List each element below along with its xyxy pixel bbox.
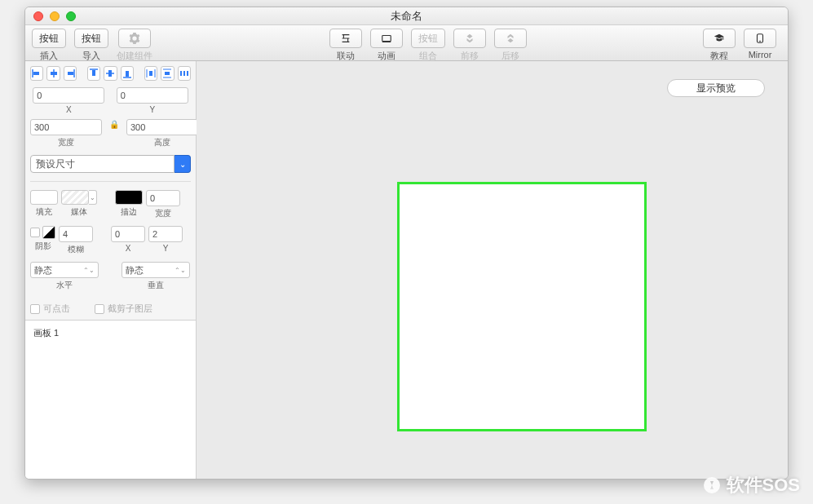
- align-top-icon: [89, 69, 99, 78]
- inspector-panel: X Y 宽度 🔒 高度: [25, 61, 196, 320]
- scroll-v-label: 垂直: [148, 280, 164, 291]
- chevron-down-icon[interactable]: ⌄: [175, 155, 191, 173]
- shadow-x-label: X: [126, 244, 131, 253]
- y-label: Y: [149, 105, 155, 114]
- artboard-1[interactable]: [397, 182, 647, 431]
- distribute-v-button[interactable]: [161, 66, 174, 81]
- distribute-h-button[interactable]: [144, 66, 157, 81]
- clip-checkbox[interactable]: [95, 304, 104, 314]
- align-center-v-button[interactable]: [104, 66, 117, 81]
- distribute-h-icon: [146, 69, 156, 78]
- artboard-item[interactable]: 画板 1: [33, 325, 188, 341]
- titlebar[interactable]: 未命名: [25, 7, 788, 25]
- sidebar: X Y 宽度 🔒 高度: [25, 61, 197, 479]
- animation-button[interactable]: [370, 29, 403, 48]
- svg-rect-24: [187, 71, 188, 76]
- fill-swatch[interactable]: [30, 190, 58, 205]
- link-icon: [340, 33, 351, 44]
- svg-rect-5: [33, 72, 39, 75]
- align-bottom-icon: [122, 69, 132, 78]
- svg-rect-13: [108, 70, 112, 77]
- shadow-label: 阴影: [35, 241, 51, 252]
- shadow-checkbox[interactable]: [30, 228, 40, 237]
- x-label: X: [66, 105, 72, 114]
- width-label: 宽度: [58, 137, 74, 148]
- media-swatch[interactable]: [61, 190, 89, 205]
- align-left-button[interactable]: [30, 66, 43, 81]
- window-title: 未命名: [25, 9, 788, 24]
- gear-icon: [129, 33, 140, 44]
- blur-input[interactable]: [59, 226, 93, 242]
- create-component-label: 创建组件: [117, 50, 152, 62]
- width-input[interactable]: [30, 119, 102, 135]
- animation-icon: [381, 33, 392, 44]
- import-button[interactable]: 按钮: [74, 29, 108, 48]
- shadow-x-input[interactable]: [111, 226, 145, 242]
- backward-label: 后移: [501, 50, 519, 62]
- align-right-button[interactable]: [64, 66, 77, 81]
- height-input[interactable]: [126, 119, 198, 135]
- forward-button: [453, 29, 486, 48]
- align-center-h-icon: [49, 69, 59, 78]
- alignment-row: [30, 66, 191, 81]
- lock-icon[interactable]: 🔒: [110, 119, 118, 129]
- create-component-button: [118, 29, 151, 48]
- stroke-label: 描边: [121, 206, 137, 218]
- shadow-y-input[interactable]: [148, 226, 183, 242]
- x-input[interactable]: [33, 87, 104, 104]
- mirror-label: Mirror: [749, 50, 772, 60]
- scroll-v-select[interactable]: 静态⌃⌄: [122, 262, 190, 278]
- tutorial-label: 教程: [710, 50, 728, 62]
- svg-rect-15: [126, 71, 129, 77]
- canvas[interactable]: 显示预览: [197, 61, 788, 479]
- shadow-swatch[interactable]: [42, 226, 55, 239]
- insert-label: 插入: [40, 50, 58, 62]
- media-label: 媒体: [71, 206, 87, 218]
- height-label: 高度: [154, 137, 170, 148]
- scroll-h-select[interactable]: 静态⌃⌄: [30, 262, 99, 278]
- app-window: 未命名 按钮 插入 按钮 导入 创建组件 联动 动画: [24, 7, 789, 480]
- mirror-icon: [754, 33, 766, 44]
- align-bottom-button[interactable]: [121, 66, 134, 81]
- shadow-y-label: Y: [163, 244, 169, 253]
- stroke-width-input[interactable]: [146, 190, 180, 206]
- svg-rect-21: [165, 72, 170, 75]
- insert-button[interactable]: 按钮: [32, 29, 66, 48]
- y-input[interactable]: [117, 87, 188, 104]
- group-button: 按钮: [411, 29, 445, 48]
- clip-label: 截剪子图层: [108, 303, 152, 315]
- svg-rect-22: [180, 71, 182, 76]
- link-button[interactable]: [329, 29, 362, 48]
- tutorial-button[interactable]: [703, 29, 736, 48]
- svg-rect-11: [92, 70, 95, 76]
- align-left-icon: [32, 69, 42, 78]
- mirror-button[interactable]: [744, 29, 776, 48]
- align-right-icon: [65, 69, 75, 78]
- svg-point-3: [759, 41, 761, 42]
- svg-rect-18: [149, 71, 152, 76]
- distribute-spacing-button[interactable]: [178, 66, 191, 81]
- svg-rect-0: [382, 36, 391, 42]
- clickable-checkbox[interactable]: [30, 304, 40, 314]
- group-label: 组合: [419, 50, 437, 62]
- toolbar: 按钮 插入 按钮 导入 创建组件 联动 动画 按钮: [25, 25, 788, 61]
- watermark: 软件SOS: [702, 473, 800, 497]
- scroll-h-label: 水平: [56, 280, 73, 291]
- artboards-panel: 画板 1: [25, 320, 196, 479]
- send-backward-icon: [505, 33, 516, 44]
- content-area: X Y 宽度 🔒 高度: [25, 61, 788, 479]
- blur-label: 模糊: [68, 244, 84, 255]
- stroke-swatch[interactable]: [115, 190, 143, 205]
- show-preview-button[interactable]: 显示预览: [667, 79, 765, 97]
- align-center-v-icon: [105, 69, 115, 78]
- distribute-v-icon: [162, 69, 172, 78]
- media-dropdown[interactable]: ⌄: [89, 190, 97, 205]
- distribute-spacing-icon: [179, 69, 189, 78]
- svg-rect-23: [183, 71, 185, 76]
- align-top-button[interactable]: [87, 66, 100, 81]
- preset-size-select[interactable]: 预设尺寸: [30, 155, 175, 173]
- svg-rect-7: [51, 72, 57, 75]
- animation-label: 动画: [378, 50, 395, 62]
- align-center-h-button[interactable]: [46, 66, 60, 81]
- import-label: 导入: [82, 50, 100, 62]
